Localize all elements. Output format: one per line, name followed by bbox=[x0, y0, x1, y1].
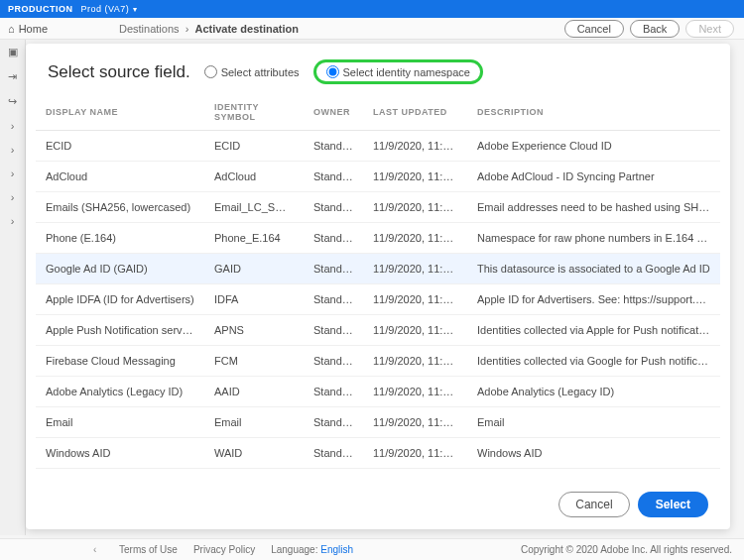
language-label: Language: English bbox=[271, 544, 353, 555]
col-display-name[interactable]: DISPLAY NAME bbox=[36, 94, 204, 131]
cell-desc: Apple ID for Advertisers. See: https://s… bbox=[467, 284, 720, 315]
cell-dn: Email bbox=[36, 407, 204, 438]
cell-dn: Google Ad ID (GAID) bbox=[36, 254, 204, 284]
col-owner[interactable]: OWNER bbox=[304, 94, 363, 131]
cell-sym: Email_LC_SHA256 bbox=[204, 192, 304, 223]
cell-desc: Identities collected via Google for Push… bbox=[467, 346, 720, 377]
breadcrumb-current: Activate destination bbox=[194, 23, 299, 35]
radio-select-attributes[interactable]: Select attributes bbox=[204, 65, 300, 78]
cell-dn: Phone bbox=[36, 469, 204, 481]
radio-attributes-input[interactable] bbox=[204, 65, 217, 78]
select-source-field-modal: Select source field. Select attributes S… bbox=[26, 44, 730, 529]
cell-upd: 11/9/2020, 11:46 AM bbox=[363, 192, 467, 223]
cell-sym: FCM bbox=[204, 346, 304, 377]
cell-desc: Adobe AdCloud - ID Syncing Partner bbox=[467, 162, 720, 192]
table-row[interactable]: Apple Push Notification serviceAPNSStand… bbox=[36, 315, 720, 346]
cell-desc: Adobe Experience Cloud ID bbox=[467, 131, 720, 162]
cell-sym: IDFA bbox=[204, 284, 304, 315]
cell-upd: 11/9/2020, 11:46 AM bbox=[363, 254, 467, 284]
wizard-back-button[interactable]: Back bbox=[630, 20, 680, 38]
cell-upd: 11/9/2020, 11:46 AM bbox=[363, 223, 467, 254]
footer: ‹ Terms of Use Privacy Policy Language: … bbox=[0, 538, 744, 560]
table-row[interactable]: EmailEmailStandard11/9/2020, 11:46 AMEma… bbox=[36, 407, 720, 438]
breadcrumb-parent[interactable]: Destinations bbox=[119, 23, 180, 35]
cell-upd: 11/9/2020, 11:46 AM bbox=[363, 438, 467, 469]
env-label: PRODUCTION bbox=[8, 4, 73, 14]
breadcrumb: Destinations › Activate destination bbox=[119, 23, 299, 35]
cell-dn: Phone (E.164) bbox=[36, 223, 204, 254]
cell-own: Standard bbox=[304, 284, 363, 315]
cell-own: Standard bbox=[304, 469, 363, 481]
wizard-next-button: Next bbox=[685, 20, 734, 38]
cell-sym: WAID bbox=[204, 438, 304, 469]
table-row[interactable]: Firebase Cloud MessagingFCMStandard11/9/… bbox=[36, 346, 720, 377]
cell-own: Standard bbox=[304, 162, 363, 192]
org-picker[interactable]: Prod (VA7)▾ bbox=[81, 4, 138, 14]
terms-link[interactable]: Terms of Use bbox=[119, 544, 178, 555]
cell-own: Standard bbox=[304, 315, 363, 346]
cell-sym: Email bbox=[204, 407, 304, 438]
cell-sym: Phone bbox=[204, 469, 304, 481]
cell-dn: Adobe Analytics (Legacy ID) bbox=[36, 377, 204, 407]
cell-own: Standard bbox=[304, 131, 363, 162]
topbar: PRODUCTION Prod (VA7)▾ bbox=[0, 0, 744, 18]
cell-dn: Windows AID bbox=[36, 438, 204, 469]
cell-sym: AAID bbox=[204, 377, 304, 407]
table-row[interactable]: Windows AIDWAIDStandard11/9/2020, 11:46 … bbox=[36, 438, 720, 469]
cell-upd: 11/9/2020, 11:46 AM bbox=[363, 131, 467, 162]
cell-sym: APNS bbox=[204, 315, 304, 346]
home-icon: ⌂ bbox=[8, 23, 15, 35]
cell-dn: Apple Push Notification service bbox=[36, 315, 204, 346]
modal-title: Select source field. bbox=[48, 62, 190, 82]
cell-sym: Phone_E.164 bbox=[204, 223, 304, 254]
cell-upd: 11/9/2020, 11:46 AM bbox=[363, 284, 467, 315]
cell-own: Standard bbox=[304, 346, 363, 377]
cell-upd: 11/9/2020, 11:46 AM bbox=[363, 469, 467, 481]
cell-upd: 11/9/2020, 11:46 AM bbox=[363, 162, 467, 192]
cell-own: Standard bbox=[304, 377, 363, 407]
subheader: ⌂ Home Destinations › Activate destinati… bbox=[0, 18, 744, 40]
radio-select-identity-namespace[interactable]: Select identity namespace bbox=[326, 65, 470, 78]
table-row[interactable]: ECIDECIDStandard11/9/2020, 11:46 AMAdobe… bbox=[36, 131, 720, 162]
cell-desc: This datasource is associated to a Googl… bbox=[467, 254, 720, 284]
table-row[interactable]: Emails (SHA256, lowercased)Email_LC_SHA2… bbox=[36, 192, 720, 223]
cell-dn: Emails (SHA256, lowercased) bbox=[36, 192, 204, 223]
table-row[interactable]: Google Ad ID (GAID)GAIDStandard11/9/2020… bbox=[36, 254, 720, 284]
table-row[interactable]: Apple IDFA (ID for Advertisers)IDFAStand… bbox=[36, 284, 720, 315]
cell-own: Standard bbox=[304, 223, 363, 254]
namespace-table-wrap[interactable]: DISPLAY NAME IDENTITY SYMBOL OWNER LAST … bbox=[26, 94, 730, 480]
select-button[interactable]: Select bbox=[638, 492, 708, 517]
cell-upd: 11/9/2020, 11:46 AM bbox=[363, 377, 467, 407]
col-identity-symbol[interactable]: IDENTITY SYMBOL bbox=[204, 94, 304, 131]
privacy-link[interactable]: Privacy Policy bbox=[193, 544, 255, 555]
cell-dn: AdCloud bbox=[36, 162, 204, 192]
cancel-button[interactable]: Cancel bbox=[558, 492, 629, 517]
radio-namespace-input[interactable] bbox=[326, 65, 339, 78]
cell-desc: Adobe Analytics (Legacy ID) bbox=[467, 377, 720, 407]
pager-back-icon[interactable]: ‹ bbox=[93, 544, 96, 555]
col-last-updated[interactable]: LAST UPDATED bbox=[363, 94, 467, 131]
table-row[interactable]: PhonePhoneStandard11/9/2020, 11:46 AMPho… bbox=[36, 469, 720, 481]
cell-upd: 11/9/2020, 11:46 AM bbox=[363, 407, 467, 438]
table-row[interactable]: Phone (E.164)Phone_E.164Standard11/9/202… bbox=[36, 223, 720, 254]
cell-desc: Email addresses need to be hashed using … bbox=[467, 192, 720, 223]
cell-dn: Apple IDFA (ID for Advertisers) bbox=[36, 284, 204, 315]
table-row[interactable]: Adobe Analytics (Legacy ID)AAIDStandard1… bbox=[36, 377, 720, 407]
cell-own: Standard bbox=[304, 438, 363, 469]
col-description[interactable]: DESCRIPTION bbox=[467, 94, 720, 131]
wizard-cancel-button[interactable]: Cancel bbox=[564, 20, 624, 38]
cell-upd: 11/9/2020, 11:46 AM bbox=[363, 315, 467, 346]
cell-desc: Namespace for raw phone numbers in E.164… bbox=[467, 223, 720, 254]
home-link[interactable]: ⌂ Home bbox=[8, 23, 48, 35]
table-row[interactable]: AdCloudAdCloudStandard11/9/2020, 11:46 A… bbox=[36, 162, 720, 192]
cell-sym: AdCloud bbox=[204, 162, 304, 192]
cell-dn: ECID bbox=[36, 131, 204, 162]
namespace-table: DISPLAY NAME IDENTITY SYMBOL OWNER LAST … bbox=[36, 94, 720, 480]
chevron-down-icon: ▾ bbox=[133, 5, 138, 14]
language-picker[interactable]: English bbox=[320, 544, 353, 555]
cell-desc: Email bbox=[467, 407, 720, 438]
cell-own: Standard bbox=[304, 407, 363, 438]
cell-sym: ECID bbox=[204, 131, 304, 162]
highlight-ring: Select identity namespace bbox=[313, 59, 483, 84]
cell-desc: Phone bbox=[467, 469, 720, 481]
